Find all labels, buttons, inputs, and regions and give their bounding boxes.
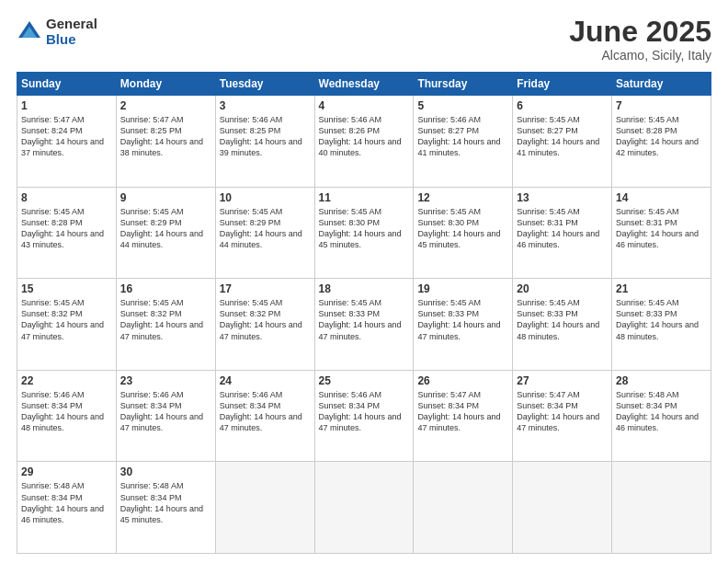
day-number: 14	[616, 191, 707, 204]
header-tuesday: Tuesday	[215, 73, 314, 96]
day-info: Sunrise: 5:46 AMSunset: 8:34 PMDaylight:…	[120, 390, 203, 432]
day-info: Sunrise: 5:45 AMSunset: 8:33 PMDaylight:…	[517, 298, 599, 340]
day-info: Sunrise: 5:47 AMSunset: 8:34 PMDaylight:…	[517, 390, 599, 432]
calendar-cell: 6 Sunrise: 5:45 AMSunset: 8:27 PMDayligh…	[513, 96, 612, 188]
day-info: Sunrise: 5:48 AMSunset: 8:34 PMDaylight:…	[21, 481, 104, 523]
calendar-cell: 3 Sunrise: 5:46 AMSunset: 8:25 PMDayligh…	[215, 96, 314, 188]
day-number: 10	[220, 191, 311, 204]
day-info: Sunrise: 5:45 AMSunset: 8:28 PMDaylight:…	[616, 115, 699, 157]
week-row-3: 15 Sunrise: 5:45 AMSunset: 8:32 PMDaylig…	[17, 279, 711, 371]
day-number: 8	[21, 191, 112, 204]
day-number: 27	[517, 374, 608, 387]
calendar-cell: 26 Sunrise: 5:47 AMSunset: 8:34 PMDaylig…	[414, 370, 513, 462]
day-number: 16	[120, 282, 211, 295]
header-monday: Monday	[116, 73, 215, 96]
logo-text: General Blue	[46, 17, 97, 47]
calendar-table: SundayMondayTuesdayWednesdayThursdayFrid…	[17, 72, 711, 554]
day-info: Sunrise: 5:45 AMSunset: 8:33 PMDaylight:…	[319, 298, 402, 340]
day-info: Sunrise: 5:47 AMSunset: 8:34 PMDaylight:…	[417, 390, 500, 432]
day-info: Sunrise: 5:45 AMSunset: 8:27 PMDaylight:…	[517, 115, 599, 157]
calendar-cell: 1 Sunrise: 5:47 AMSunset: 8:24 PMDayligh…	[17, 96, 117, 188]
calendar-cell: 29 Sunrise: 5:48 AMSunset: 8:34 PMDaylig…	[17, 462, 117, 554]
day-number: 30	[120, 465, 211, 478]
calendar-cell: 7 Sunrise: 5:45 AMSunset: 8:28 PMDayligh…	[612, 96, 711, 188]
month-title: June 2025	[569, 17, 711, 46]
day-number: 12	[417, 191, 508, 204]
calendar-cell: 9 Sunrise: 5:45 AMSunset: 8:29 PMDayligh…	[116, 187, 215, 279]
day-info: Sunrise: 5:47 AMSunset: 8:24 PMDaylight:…	[21, 115, 104, 157]
day-number: 4	[319, 99, 410, 112]
day-info: Sunrise: 5:46 AMSunset: 8:34 PMDaylight:…	[319, 390, 402, 432]
day-info: Sunrise: 5:45 AMSunset: 8:31 PMDaylight:…	[517, 207, 599, 249]
week-row-1: 1 Sunrise: 5:47 AMSunset: 8:24 PMDayligh…	[17, 96, 711, 188]
calendar-cell: 27 Sunrise: 5:47 AMSunset: 8:34 PMDaylig…	[513, 370, 612, 462]
location-title: Alcamo, Sicily, Italy	[569, 48, 711, 63]
calendar-cell: 22 Sunrise: 5:46 AMSunset: 8:34 PMDaylig…	[17, 370, 117, 462]
calendar-cell	[414, 462, 513, 554]
day-info: Sunrise: 5:45 AMSunset: 8:28 PMDaylight:…	[21, 207, 104, 249]
calendar-cell: 4 Sunrise: 5:46 AMSunset: 8:26 PMDayligh…	[314, 96, 414, 188]
day-number: 23	[120, 374, 211, 387]
calendar-cell: 2 Sunrise: 5:47 AMSunset: 8:25 PMDayligh…	[116, 96, 215, 188]
day-number: 2	[120, 99, 211, 112]
day-number: 5	[417, 99, 508, 112]
calendar-cell: 23 Sunrise: 5:46 AMSunset: 8:34 PMDaylig…	[116, 370, 215, 462]
day-info: Sunrise: 5:46 AMSunset: 8:27 PMDaylight:…	[417, 115, 500, 157]
day-number: 28	[616, 374, 707, 387]
header-thursday: Thursday	[414, 73, 513, 96]
day-info: Sunrise: 5:45 AMSunset: 8:32 PMDaylight:…	[220, 298, 302, 340]
day-info: Sunrise: 5:45 AMSunset: 8:29 PMDaylight:…	[220, 207, 302, 249]
calendar-cell: 16 Sunrise: 5:45 AMSunset: 8:32 PMDaylig…	[116, 279, 215, 371]
day-info: Sunrise: 5:46 AMSunset: 8:34 PMDaylight:…	[220, 390, 302, 432]
day-info: Sunrise: 5:46 AMSunset: 8:25 PMDaylight:…	[220, 115, 302, 157]
day-info: Sunrise: 5:46 AMSunset: 8:26 PMDaylight:…	[319, 115, 402, 157]
day-info: Sunrise: 5:45 AMSunset: 8:33 PMDaylight:…	[417, 298, 500, 340]
calendar-cell: 18 Sunrise: 5:45 AMSunset: 8:33 PMDaylig…	[314, 279, 414, 371]
day-number: 15	[21, 282, 112, 295]
calendar-cell	[215, 462, 314, 554]
calendar-cell: 14 Sunrise: 5:45 AMSunset: 8:31 PMDaylig…	[612, 187, 711, 279]
day-info: Sunrise: 5:48 AMSunset: 8:34 PMDaylight:…	[120, 481, 203, 523]
day-number: 22	[21, 374, 112, 387]
day-number: 29	[21, 465, 112, 478]
calendar-cell: 10 Sunrise: 5:45 AMSunset: 8:29 PMDaylig…	[215, 187, 314, 279]
day-info: Sunrise: 5:47 AMSunset: 8:25 PMDaylight:…	[120, 115, 203, 157]
calendar-cell: 8 Sunrise: 5:45 AMSunset: 8:28 PMDayligh…	[17, 187, 117, 279]
day-number: 21	[616, 282, 707, 295]
logo-icon	[17, 19, 42, 45]
header-friday: Friday	[513, 73, 612, 96]
calendar-cell: 19 Sunrise: 5:45 AMSunset: 8:33 PMDaylig…	[414, 279, 513, 371]
day-number: 1	[21, 99, 112, 112]
day-number: 26	[417, 374, 508, 387]
day-number: 19	[417, 282, 508, 295]
day-number: 24	[220, 374, 311, 387]
day-number: 17	[220, 282, 311, 295]
day-number: 11	[319, 191, 410, 204]
day-number: 6	[517, 99, 608, 112]
header-wednesday: Wednesday	[314, 73, 414, 96]
day-number: 3	[220, 99, 311, 112]
day-info: Sunrise: 5:46 AMSunset: 8:34 PMDaylight:…	[21, 390, 104, 432]
week-row-2: 8 Sunrise: 5:45 AMSunset: 8:28 PMDayligh…	[17, 187, 711, 279]
calendar-cell: 21 Sunrise: 5:45 AMSunset: 8:33 PMDaylig…	[612, 279, 711, 371]
day-number: 13	[517, 191, 608, 204]
title-section: June 2025 Alcamo, Sicily, Italy	[569, 17, 711, 63]
header-sunday: Sunday	[17, 73, 117, 96]
calendar-cell: 25 Sunrise: 5:46 AMSunset: 8:34 PMDaylig…	[314, 370, 414, 462]
calendar-cell: 15 Sunrise: 5:45 AMSunset: 8:32 PMDaylig…	[17, 279, 117, 371]
day-info: Sunrise: 5:45 AMSunset: 8:29 PMDaylight:…	[120, 207, 203, 249]
day-info: Sunrise: 5:45 AMSunset: 8:32 PMDaylight:…	[21, 298, 104, 340]
week-row-4: 22 Sunrise: 5:46 AMSunset: 8:34 PMDaylig…	[17, 370, 711, 462]
day-info: Sunrise: 5:45 AMSunset: 8:30 PMDaylight:…	[319, 207, 402, 249]
calendar-cell: 28 Sunrise: 5:48 AMSunset: 8:34 PMDaylig…	[612, 370, 711, 462]
day-info: Sunrise: 5:45 AMSunset: 8:32 PMDaylight:…	[120, 298, 203, 340]
calendar-cell: 12 Sunrise: 5:45 AMSunset: 8:30 PMDaylig…	[414, 187, 513, 279]
calendar-cell: 5 Sunrise: 5:46 AMSunset: 8:27 PMDayligh…	[414, 96, 513, 188]
calendar-cell: 30 Sunrise: 5:48 AMSunset: 8:34 PMDaylig…	[116, 462, 215, 554]
calendar-cell: 17 Sunrise: 5:45 AMSunset: 8:32 PMDaylig…	[215, 279, 314, 371]
top-section: General Blue June 2025 Alcamo, Sicily, I…	[17, 17, 711, 63]
day-info: Sunrise: 5:45 AMSunset: 8:33 PMDaylight:…	[616, 298, 699, 340]
logo: General Blue	[17, 17, 97, 47]
calendar-cell: 11 Sunrise: 5:45 AMSunset: 8:30 PMDaylig…	[314, 187, 414, 279]
calendar-cell	[612, 462, 711, 554]
